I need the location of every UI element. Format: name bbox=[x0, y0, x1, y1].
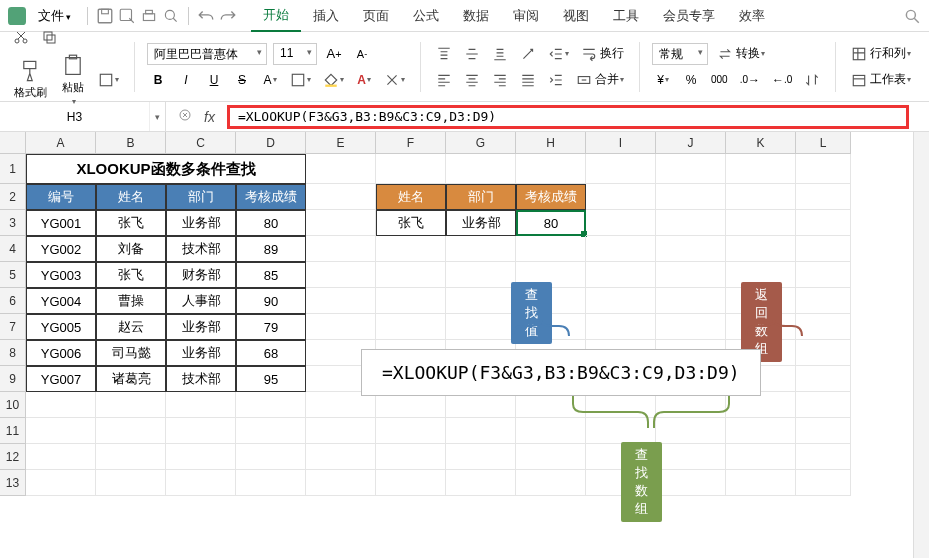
bold-icon[interactable]: B bbox=[147, 69, 169, 91]
font-shrink-icon[interactable]: A- bbox=[351, 43, 373, 65]
data-cell[interactable]: 业务部 bbox=[166, 314, 236, 340]
search-icon[interactable] bbox=[903, 7, 921, 25]
fx-icon[interactable]: fx bbox=[204, 109, 215, 125]
data-cell[interactable]: 79 bbox=[236, 314, 306, 340]
data-cell[interactable]: YG003 bbox=[26, 262, 96, 288]
row-header[interactable]: 12 bbox=[0, 444, 26, 470]
font-color-icon[interactable]: A bbox=[353, 69, 375, 91]
data-cell[interactable]: 诸葛亮 bbox=[96, 366, 166, 392]
row-col-button[interactable]: 行和列 bbox=[848, 43, 914, 65]
align-top-icon[interactable] bbox=[433, 43, 455, 65]
align-middle-icon[interactable] bbox=[461, 43, 483, 65]
wps-logo[interactable] bbox=[8, 7, 26, 25]
data-cell[interactable]: 90 bbox=[236, 288, 306, 314]
col-header[interactable]: G bbox=[446, 132, 516, 154]
col-header[interactable]: E bbox=[306, 132, 376, 154]
row-header[interactable]: 8 bbox=[0, 340, 26, 366]
row-header[interactable]: 11 bbox=[0, 418, 26, 444]
justify-icon[interactable] bbox=[517, 69, 539, 91]
data-cell[interactable]: 张飞 bbox=[96, 210, 166, 236]
title-cell[interactable]: XLOOKUP函数多条件查找 bbox=[26, 154, 306, 184]
row-header[interactable]: 13 bbox=[0, 470, 26, 496]
align-right-icon[interactable] bbox=[489, 69, 511, 91]
row-header[interactable]: 10 bbox=[0, 392, 26, 418]
clipboard-more-icon[interactable] bbox=[95, 69, 122, 91]
preview-icon[interactable] bbox=[162, 7, 180, 25]
col-header[interactable]: C bbox=[166, 132, 236, 154]
tab-insert[interactable]: 插入 bbox=[301, 1, 351, 31]
data-cell[interactable]: YG005 bbox=[26, 314, 96, 340]
data-cell[interactable]: YG001 bbox=[26, 210, 96, 236]
save-icon[interactable] bbox=[96, 7, 114, 25]
redo-icon[interactable] bbox=[219, 7, 237, 25]
data-cell[interactable]: 技术部 bbox=[166, 366, 236, 392]
active-cell[interactable]: 80 bbox=[516, 210, 586, 236]
percent-icon[interactable]: % bbox=[680, 69, 702, 91]
number-format-select[interactable]: 常规 bbox=[652, 43, 708, 65]
indent-dec-icon[interactable] bbox=[545, 43, 572, 65]
data-cell[interactable]: 司马懿 bbox=[96, 340, 166, 366]
clear-format-icon[interactable] bbox=[381, 69, 408, 91]
col-header[interactable]: L bbox=[796, 132, 851, 154]
tab-member[interactable]: 会员专享 bbox=[651, 1, 727, 31]
save-as-icon[interactable] bbox=[118, 7, 136, 25]
formula-input[interactable]: =XLOOKUP(F3&G3,B3:B9&C3:C9,D3:D9) bbox=[227, 105, 909, 129]
tab-view[interactable]: 视图 bbox=[551, 1, 601, 31]
wrap-text-button[interactable]: 换行 bbox=[578, 43, 627, 65]
cancel-formula-icon[interactable] bbox=[178, 108, 192, 125]
data-cell[interactable]: YG002 bbox=[26, 236, 96, 262]
font-more-icon[interactable]: A bbox=[259, 69, 281, 91]
dec-inc-icon[interactable]: .0→ bbox=[737, 69, 763, 91]
row-header[interactable]: 4 bbox=[0, 236, 26, 262]
underline-icon[interactable]: U bbox=[203, 69, 225, 91]
col-header[interactable]: J bbox=[656, 132, 726, 154]
data-cell[interactable]: 89 bbox=[236, 236, 306, 262]
row-header[interactable]: 2 bbox=[0, 184, 26, 210]
data-cell[interactable]: 人事部 bbox=[166, 288, 236, 314]
data-cell[interactable]: 曹操 bbox=[96, 288, 166, 314]
data-cell[interactable]: 68 bbox=[236, 340, 306, 366]
format-painter-button[interactable]: 格式刷 bbox=[10, 57, 51, 102]
row-header[interactable]: 6 bbox=[0, 288, 26, 314]
cut-icon[interactable] bbox=[10, 26, 32, 48]
data-cell[interactable]: YG004 bbox=[26, 288, 96, 314]
col-header[interactable]: F bbox=[376, 132, 446, 154]
data-cell[interactable]: 张飞 bbox=[376, 210, 446, 236]
indent-inc-icon[interactable] bbox=[545, 69, 567, 91]
tab-page[interactable]: 页面 bbox=[351, 1, 401, 31]
header-cell[interactable]: 姓名 bbox=[376, 184, 446, 210]
row-header[interactable]: 3 bbox=[0, 210, 26, 236]
col-header[interactable]: I bbox=[586, 132, 656, 154]
data-cell[interactable]: 刘备 bbox=[96, 236, 166, 262]
strike-icon[interactable]: S bbox=[231, 69, 253, 91]
type-convert-icon[interactable] bbox=[801, 69, 823, 91]
col-header[interactable]: K bbox=[726, 132, 796, 154]
row-header[interactable]: 1 bbox=[0, 154, 26, 184]
col-header[interactable]: H bbox=[516, 132, 586, 154]
font-size-select[interactable]: 11 bbox=[273, 43, 317, 65]
cell-reference[interactable]: H3 ▾ bbox=[0, 102, 166, 131]
orientation-icon[interactable] bbox=[517, 43, 539, 65]
align-center-icon[interactable] bbox=[461, 69, 483, 91]
merge-button[interactable]: 合并 bbox=[573, 69, 627, 91]
row-header[interactable]: 7 bbox=[0, 314, 26, 340]
data-cell[interactable]: 业务部 bbox=[166, 340, 236, 366]
tab-formula[interactable]: 公式 bbox=[401, 1, 451, 31]
data-cell[interactable]: YG006 bbox=[26, 340, 96, 366]
header-cell[interactable]: 部门 bbox=[446, 184, 516, 210]
fill-color-icon[interactable] bbox=[320, 69, 347, 91]
col-header[interactable]: B bbox=[96, 132, 166, 154]
align-left-icon[interactable] bbox=[433, 69, 455, 91]
dec-dec-icon[interactable]: ←.0 bbox=[769, 69, 795, 91]
align-bottom-icon[interactable] bbox=[489, 43, 511, 65]
grid[interactable]: XLOOKUP函数多条件查找 编号 姓名 部门 考核成绩 姓名 部门 考核成绩 … bbox=[26, 154, 913, 558]
select-all-corner[interactable] bbox=[0, 132, 26, 154]
worksheet-button[interactable]: 工作表 bbox=[848, 69, 914, 91]
col-header[interactable]: D bbox=[236, 132, 306, 154]
data-cell[interactable]: YG007 bbox=[26, 366, 96, 392]
header-cell[interactable]: 考核成绩 bbox=[516, 184, 586, 210]
col-header[interactable]: A bbox=[26, 132, 96, 154]
tab-data[interactable]: 数据 bbox=[451, 1, 501, 31]
data-cell[interactable]: 财务部 bbox=[166, 262, 236, 288]
data-cell[interactable]: 95 bbox=[236, 366, 306, 392]
